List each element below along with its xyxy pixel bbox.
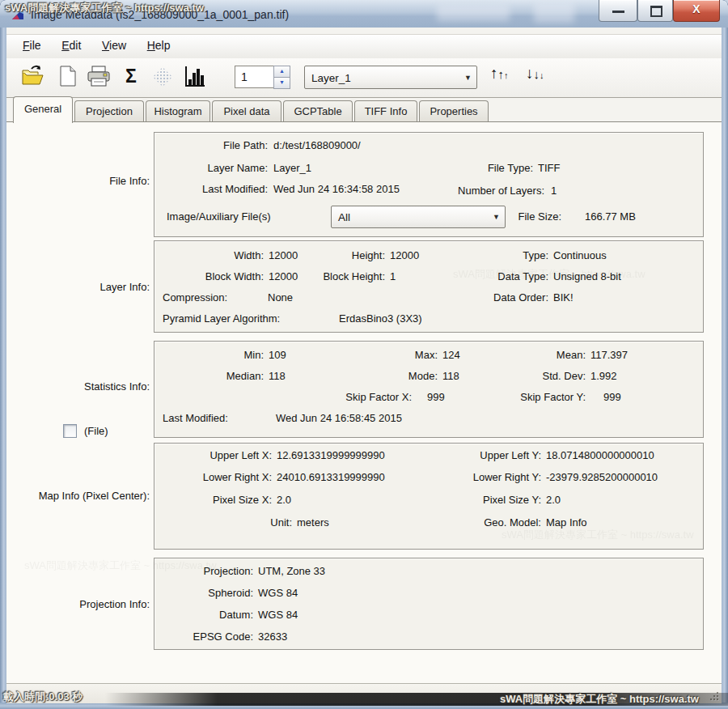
file-info-box: File Path: d:/test/168809000/ Layer Name… bbox=[154, 132, 704, 237]
pyramid-value: ErdasBino3 (3X3) bbox=[339, 312, 422, 325]
spinner-down-button[interactable]: ▼ bbox=[273, 77, 290, 89]
type-value: Continuous bbox=[553, 249, 607, 261]
raise-layer-button[interactable]: ↑↑↑ bbox=[490, 65, 521, 89]
minimize-button[interactable] bbox=[599, 0, 637, 22]
geo-model-value: Map Info bbox=[546, 516, 587, 529]
block-width-label: Block Width: bbox=[154, 270, 264, 282]
window-border-right bbox=[722, 28, 728, 709]
data-order-value: BIK! bbox=[553, 291, 574, 304]
aux-files-combobox[interactable]: All ▼ bbox=[331, 206, 506, 228]
aux-files-label: Image/Auxiliary File(s) bbox=[167, 210, 271, 223]
tab-pixel-data[interactable]: Pixel data bbox=[212, 100, 281, 121]
tab-gcptable[interactable]: GCPTable bbox=[283, 100, 353, 121]
print-icon bbox=[87, 65, 111, 87]
pixel-size-x-value: 2.0 bbox=[277, 494, 291, 506]
tab-histogram[interactable]: Histogram bbox=[146, 100, 210, 121]
file-info-section-label: File Info: bbox=[6, 175, 150, 187]
close-button[interactable]: X bbox=[673, 0, 720, 22]
num-layers-label: Number of Layers: bbox=[430, 185, 544, 197]
chevron-down-icon: ▼ bbox=[464, 74, 472, 82]
title-bar[interactable]: Image Metadata (fs2_168809000_1a_0001_pa… bbox=[0, 0, 728, 28]
window-border-bottom bbox=[0, 703, 728, 709]
stddev-label: Std. Dev: bbox=[478, 370, 586, 382]
histogram-button[interactable] bbox=[181, 65, 207, 89]
lower-layer-button[interactable]: ↓↓↓ bbox=[526, 65, 557, 89]
layer-name-value: Layer_1 bbox=[273, 162, 311, 174]
resize-grip[interactable] bbox=[708, 690, 719, 701]
lower-right-x-label: Lower Right X: bbox=[154, 471, 272, 483]
layer-info-box: Width: 12000 Height: 12000 Type: Continu… bbox=[154, 240, 704, 333]
width-label: Width: bbox=[154, 249, 264, 261]
stats-file-checkbox[interactable] bbox=[63, 424, 77, 438]
raise-layers-icon: ↑ bbox=[490, 65, 498, 82]
menu-view[interactable]: View bbox=[93, 35, 135, 55]
epsg-code-label: EPSG Code: bbox=[154, 630, 253, 643]
chevron-down-icon: ▼ bbox=[493, 213, 500, 221]
skip-factor-y-label: Skip Factor Y: bbox=[490, 391, 586, 403]
stats-last-modified-value: Wed Jun 24 16:58:45 2015 bbox=[276, 412, 402, 424]
image-metadata-window: Image Metadata (fs2_168809000_1a_0001_pa… bbox=[0, 0, 728, 709]
tab-general[interactable]: General bbox=[13, 96, 73, 123]
lower-right-y-value: -23979.9285200000010 bbox=[546, 471, 658, 483]
band-number-field[interactable]: 1 bbox=[235, 66, 279, 88]
spinner-up-button[interactable]: ▲ bbox=[273, 66, 290, 78]
pyramid-layers-icon bbox=[153, 67, 172, 87]
menu-file[interactable]: File bbox=[14, 35, 50, 55]
compression-label: Compression: bbox=[163, 291, 227, 304]
status-bar bbox=[6, 683, 722, 703]
data-order-label: Data Order: bbox=[446, 291, 548, 304]
num-layers-value: 1 bbox=[551, 185, 557, 197]
new-document-button[interactable] bbox=[55, 65, 81, 89]
open-file-icon bbox=[20, 65, 44, 87]
window-title: Image Metadata (fs2_168809000_1a_0001_pa… bbox=[31, 0, 289, 28]
tab-tiff-info[interactable]: TIFF Info bbox=[354, 100, 417, 121]
menu-edit[interactable]: Edit bbox=[53, 35, 90, 55]
mean-value: 117.397 bbox=[590, 349, 628, 361]
new-document-icon bbox=[58, 65, 78, 87]
statistics-button[interactable]: Σ bbox=[118, 65, 144, 89]
spheroid-label: Spheroid: bbox=[154, 587, 253, 599]
spinner-up-icon: ▲ bbox=[279, 68, 285, 74]
map-info-box: Upper Left X: 12.6913319999999990 Upper … bbox=[154, 443, 704, 550]
lower-layers-icon: ↓ bbox=[526, 65, 534, 82]
histogram-icon bbox=[183, 65, 205, 87]
open-file-button[interactable] bbox=[19, 65, 45, 89]
mean-label: Mean: bbox=[478, 349, 586, 361]
stats-file-checkbox-label: (File) bbox=[84, 425, 108, 437]
lower-right-x-value: 24010.6913319999990 bbox=[277, 471, 385, 483]
statistics-info-section-label: Statistics Info: bbox=[6, 380, 150, 393]
lower-right-y-label: Lower Right Y: bbox=[397, 471, 541, 483]
tab-properties[interactable]: Properties bbox=[419, 100, 489, 121]
band-spinner[interactable]: 1 ▲ ▼ bbox=[235, 66, 290, 88]
file-path-label: File Path: bbox=[154, 139, 268, 151]
projection-info-section-label: Projection Info: bbox=[6, 598, 150, 610]
pixel-size-y-value: 2.0 bbox=[546, 494, 561, 506]
data-type-value: Unsigned 8-bit bbox=[553, 270, 621, 282]
print-button[interactable] bbox=[86, 65, 112, 89]
block-width-value: 12000 bbox=[269, 270, 298, 282]
file-size-label: File Size: bbox=[510, 210, 561, 223]
close-icon: X bbox=[674, 2, 719, 15]
stats-last-modified-label: Last Modified: bbox=[163, 412, 228, 424]
median-label: Median: bbox=[154, 370, 264, 382]
datum-value: WGS 84 bbox=[258, 609, 298, 621]
statistics-info-box: Min: 109 Max: 124 Mean: 117.397 Median: … bbox=[154, 341, 704, 438]
layer-info-section-label: Layer Info: bbox=[6, 281, 150, 293]
layer-combobox[interactable]: Layer_1 ▼ bbox=[304, 66, 477, 89]
maximize-icon bbox=[650, 6, 662, 17]
file-size-value: 166.77 MB bbox=[585, 210, 636, 223]
block-height-value: 1 bbox=[390, 270, 396, 282]
menu-help[interactable]: Help bbox=[138, 35, 180, 55]
sigma-icon: Σ bbox=[125, 66, 137, 87]
compression-value: None bbox=[268, 291, 293, 304]
skip-factor-x-label: Skip Factor X: bbox=[316, 391, 412, 403]
app-icon bbox=[11, 6, 25, 21]
maximize-button[interactable] bbox=[637, 0, 673, 22]
window-border-left bbox=[0, 28, 6, 709]
mode-value: 118 bbox=[442, 370, 459, 382]
map-info-section-label: Map Info (Pixel Center): bbox=[6, 490, 150, 502]
pyramid-layers-button[interactable] bbox=[150, 65, 176, 89]
datum-label: Datum: bbox=[154, 609, 253, 621]
epsg-code-value: 32633 bbox=[258, 630, 287, 643]
tab-projection[interactable]: Projection bbox=[74, 100, 144, 121]
